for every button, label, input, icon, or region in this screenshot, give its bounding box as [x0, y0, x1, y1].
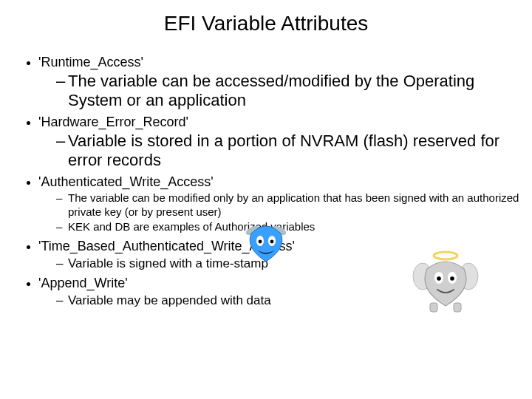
sub-list: Variable is signed with a time-stamp	[38, 256, 532, 271]
bullet-label: 'Append_Write'	[38, 276, 128, 290]
sub-bullet: Variable is stored in a portion of NVRAM…	[56, 132, 532, 170]
bullet-label: 'Hardware_Error_Record'	[38, 115, 188, 129]
sub-list: The variable can be accessed/modified by…	[38, 72, 532, 110]
sub-list: Variable is stored in a portion of NVRAM…	[38, 132, 532, 170]
bullet-label: 'Time_Based_Authenticated_Write_Access'	[38, 239, 295, 253]
sub-bullet: Variable may be appended with data	[56, 293, 532, 308]
sub-list: The variable can be modified only by an …	[38, 191, 532, 234]
bullet-hardware-error-record: 'Hardware_Error_Record' Variable is stor…	[38, 115, 532, 170]
bullet-list: 'Runtime_Access' The variable can be acc…	[0, 55, 532, 309]
sub-bullet: KEK and DB are examples of Authorized va…	[56, 220, 532, 234]
bullet-append-write: 'Append_Write' Variable may be appended …	[38, 276, 532, 308]
bullet-authenticated-write-access: 'Authenticated_Write_Access' The variabl…	[38, 174, 532, 234]
slide-title: EFI Variable Attributes	[0, 12, 532, 35]
sub-bullet: The variable can be modified only by an …	[56, 191, 532, 219]
slide: EFI Variable Attributes 'Runtime_Access'…	[0, 0, 532, 399]
bullet-time-based-auth-write-access: 'Time_Based_Authenticated_Write_Access' …	[38, 239, 532, 271]
bullet-label: 'Runtime_Access'	[38, 55, 143, 69]
bullet-runtime-access: 'Runtime_Access' The variable can be acc…	[38, 55, 532, 110]
sub-bullet: Variable is signed with a time-stamp	[56, 256, 532, 271]
bullet-label: 'Authenticated_Write_Access'	[38, 174, 214, 189]
sub-list: Variable may be appended with data	[38, 293, 532, 308]
sub-bullet: The variable can be accessed/modified by…	[56, 72, 532, 110]
